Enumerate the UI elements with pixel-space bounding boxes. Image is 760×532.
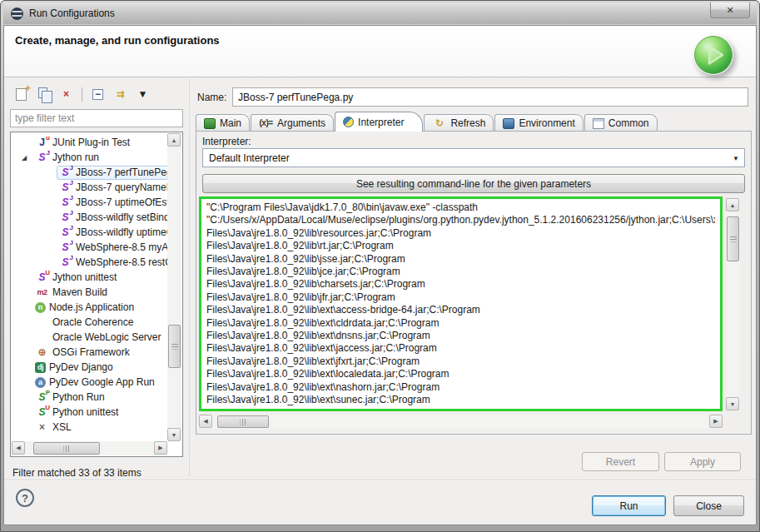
- console-line: Files\Java\jre1.8.0_92\lib\ext\sunec.jar…: [206, 394, 715, 406]
- tree-item[interactable]: SU Python unittest: [12, 405, 167, 420]
- tree-item-label: JBoss-7 perfTunePega.: [76, 167, 167, 178]
- console-vscroll-thumb[interactable]: [727, 216, 739, 261]
- none-icon: [35, 331, 49, 344]
- tree-item[interactable]: SJ JBoss-wildfly uptimeO: [12, 225, 167, 240]
- revert-button[interactable]: Revert: [582, 452, 659, 471]
- collapse-all-button[interactable]: −: [87, 85, 108, 104]
- django-icon: dj: [35, 362, 46, 373]
- junit-icon: Ju: [35, 137, 49, 149]
- tree-item[interactable]: Oracle WebLogic Server: [12, 330, 167, 345]
- tree-item[interactable]: SJ JBoss-7 perfTunePega.: [12, 165, 167, 180]
- scroll-right-icon[interactable]: ▶: [709, 415, 723, 428]
- jython-icon: SJ: [58, 226, 72, 239]
- tree-item-label: PyDev Google App Run: [49, 376, 155, 388]
- filter-input[interactable]: [10, 109, 183, 127]
- none-icon: [35, 316, 49, 329]
- console-line: Files\Java\jre1.8.0_92\lib\ext\jfxrt.jar…: [206, 355, 715, 368]
- tree-item-label: JBoss-7 queryNameBir: [76, 181, 167, 193]
- tree-item[interactable]: Oracle Coherence: [12, 315, 167, 330]
- tab-common[interactable]: Common: [584, 114, 658, 132]
- tree-vscroll-thumb[interactable]: [168, 325, 181, 368]
- panel-divider[interactable]: [189, 78, 190, 476]
- title-bar: Run Configurations ✕: [3, 2, 757, 24]
- filter-status: Filter matched 33 of 33 items: [12, 467, 142, 479]
- tab-label: Common: [608, 117, 649, 129]
- duplicate-button[interactable]: [33, 85, 54, 104]
- window-title: Run Configurations: [29, 7, 115, 19]
- console-horizontal-scrollbar[interactable]: ◀ ▶: [199, 415, 723, 429]
- expander-icon[interactable]: ◢: [22, 154, 33, 162]
- jython-icon: SJ: [58, 181, 72, 194]
- tree-item[interactable]: m2 Maven Build: [12, 285, 167, 300]
- tree-item-label: XSL: [52, 421, 72, 433]
- tree-item[interactable]: SJ WebSphere-8.5 restCo: [12, 255, 167, 270]
- console-line: Files\Java\jre1.8.0_92\lib\ext\cldrdata.…: [206, 317, 715, 330]
- filter-button[interactable]: ⇉: [110, 85, 131, 104]
- console-line: Files\Java\jre1.8.0_92\lib\jsse.jar;C:\P…: [206, 253, 715, 266]
- tree-item-label: OSGi Framework: [52, 346, 130, 358]
- jython-icon: SJ: [58, 196, 72, 209]
- delete-button[interactable]: ×: [56, 85, 77, 104]
- tree-vertical-scrollbar[interactable]: ▲ ▼: [167, 133, 181, 441]
- new-config-button[interactable]: [11, 85, 32, 104]
- banner-title: Create, manage, and run configurations: [15, 34, 220, 47]
- scroll-down-icon[interactable]: ▼: [726, 397, 739, 410]
- name-input[interactable]: [232, 87, 748, 107]
- scroll-up-icon[interactable]: ▲: [726, 198, 739, 211]
- help-button[interactable]: ?: [16, 489, 34, 507]
- osgi-icon: ⊕: [35, 346, 49, 359]
- tree-item-label: JBoss-wildfly uptimeO: [76, 226, 167, 238]
- tab-interpreter-icon: [343, 117, 354, 127]
- run-configurations-window: Run Configurations ✕ Create, manage, and…: [0, 0, 760, 532]
- tab-label: Interpreter: [358, 117, 404, 128]
- tree-item[interactable]: Ju JUnit Plug-in Test: [12, 135, 167, 150]
- console-line: Files\Java\jre1.8.0_92\lib\ext\nashorn.j…: [206, 381, 715, 394]
- tree-hscroll-thumb[interactable]: [33, 442, 100, 455]
- console-vertical-scrollbar[interactable]: ▲ ▼: [726, 198, 740, 410]
- close-window-button[interactable]: ✕: [710, 2, 750, 18]
- tree-item-label: Node.js Application: [49, 301, 134, 313]
- tree-item[interactable]: ◢ SJ Jython run: [12, 150, 167, 165]
- jython-icon: SJ: [58, 241, 72, 254]
- tree-item[interactable]: n Node.js Application: [12, 300, 167, 315]
- scroll-right-icon[interactable]: ▶: [154, 441, 167, 455]
- footer-divider: [4, 480, 756, 481]
- apply-button[interactable]: Apply: [664, 452, 741, 471]
- tree-item[interactable]: SJ JBoss-wildfly setBindA: [12, 210, 167, 225]
- tree-item[interactable]: SJ WebSphere-8.5 myAdr: [12, 240, 167, 255]
- console-line: Files\Java\jre1.8.0_92\lib\ext\localedat…: [206, 368, 715, 380]
- scroll-up-icon[interactable]: ▲: [167, 133, 181, 147]
- tree-item-label: Python unittest: [52, 406, 118, 418]
- interpreter-selected-value: Default Interpreter: [209, 152, 290, 164]
- tab-interpreter[interactable]: Interpreter: [335, 112, 423, 132]
- tree-item[interactable]: dj PyDev Django: [12, 360, 167, 375]
- close-button[interactable]: Close: [673, 495, 744, 516]
- jython-icon: SJ: [58, 211, 72, 224]
- console-hscroll-thumb[interactable]: [217, 415, 269, 428]
- name-label: Name:: [197, 92, 226, 103]
- tree-item[interactable]: × XSL: [12, 420, 167, 435]
- scroll-left-icon[interactable]: ◀: [199, 415, 212, 428]
- run-button[interactable]: Run: [592, 495, 666, 516]
- tree-item-label: JBoss-7 uptimeOfEstat: [76, 196, 167, 208]
- tree-item[interactable]: ⊕ OSGi Framework: [12, 345, 167, 360]
- tree-horizontal-scrollbar[interactable]: ◀ ▶: [12, 441, 167, 455]
- tree-item[interactable]: SJ JBoss-7 uptimeOfEstat: [12, 195, 167, 210]
- tree-item[interactable]: SJ JBoss-7 queryNameBir: [12, 180, 167, 195]
- tab-refresh[interactable]: ↻ Refresh: [424, 114, 494, 132]
- tab-environment[interactable]: Environment: [494, 114, 583, 132]
- see-command-line-button[interactable]: See resulting command-line for the given…: [202, 174, 745, 193]
- xsl-icon: ×: [35, 421, 49, 434]
- scroll-down-icon[interactable]: ▼: [167, 428, 181, 441]
- configurations-tree: Ju JUnit Plug-in Test ◢ SJ Jython run: [10, 132, 183, 457]
- scroll-left-icon[interactable]: ◀: [12, 441, 25, 455]
- menu-dropdown-button[interactable]: ▼: [132, 85, 153, 104]
- tab-main[interactable]: Main: [196, 114, 250, 132]
- command-line-preview[interactable]: "C:\Program Files\Java\jdk1.7.0_80\bin\j…: [199, 196, 723, 411]
- tree-item[interactable]: a PyDev Google App Run: [12, 375, 167, 390]
- tree-item[interactable]: SP Python Run: [12, 390, 167, 405]
- tab-arguments[interactable]: (x)= Arguments: [251, 114, 334, 132]
- collapse-all-icon: −: [92, 89, 103, 100]
- tree-item[interactable]: SU Jython unittest: [12, 270, 167, 285]
- interpreter-select[interactable]: Default Interpreter ▼: [202, 148, 745, 167]
